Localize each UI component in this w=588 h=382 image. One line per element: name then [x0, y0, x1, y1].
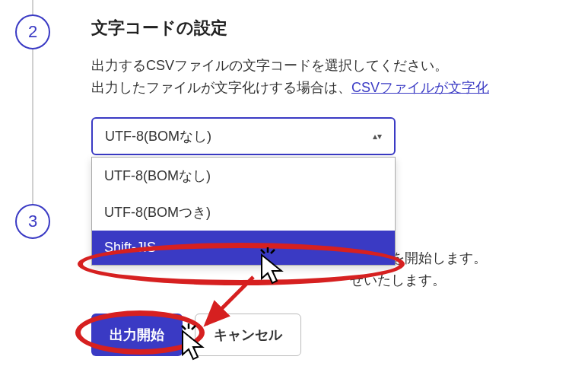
encoding-dropdown: UTF-8(BOMなし) UTF-8(BOMつき) Shift-JIS [91, 157, 396, 266]
description-line-2: 出力したファイルが文字化けする場合は、CSVファイルが文字化 [91, 77, 578, 99]
section-title: 文字コードの設定 [91, 17, 578, 40]
chevron-updown-icon: ▴▾ [373, 131, 382, 142]
encoding-select-container: UTF-8(BOMなし) ▴▾ UTF-8(BOMなし) UTF-8(BOMつき… [91, 117, 396, 155]
action-buttons: 出力開始 キャンセル [91, 314, 301, 356]
step-number: 2 [28, 22, 37, 42]
option-utf8-nobom[interactable]: UTF-8(BOMなし) [92, 158, 395, 194]
select-current-value: UTF-8(BOMなし) [105, 127, 211, 145]
step-indicator-2: 2 [15, 14, 50, 49]
body-line-2: せいたします。 [350, 269, 487, 291]
description-line-1: 出力するCSVファイルの文字コードを選択してください。 [91, 55, 578, 77]
start-export-button[interactable]: 出力開始 [91, 314, 183, 356]
desc-prefix: 出力したファイルが文字化けする場合は、 [91, 80, 351, 95]
option-utf8-bom[interactable]: UTF-8(BOMつき) [92, 194, 395, 231]
cancel-button[interactable]: キャンセル [195, 314, 301, 356]
step-number: 3 [28, 212, 37, 231]
mojibake-help-link[interactable]: CSVファイルが文字化 [351, 80, 489, 95]
encoding-select[interactable]: UTF-8(BOMなし) ▴▾ [91, 117, 396, 155]
step-2-content: 文字コードの設定 出力するCSVファイルの文字コードを選択してください。 出力し… [91, 17, 578, 155]
option-shiftjis[interactable]: Shift-JIS [92, 231, 395, 265]
step-indicator-3: 3 [15, 204, 50, 239]
